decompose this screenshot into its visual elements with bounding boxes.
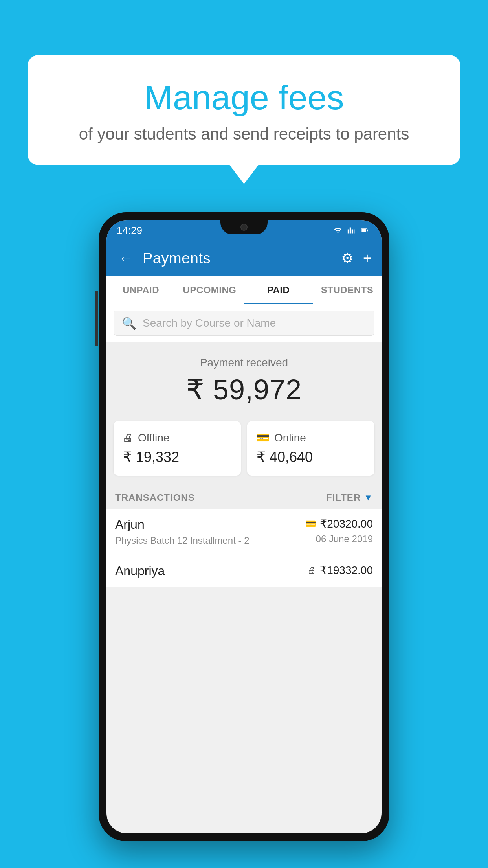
offline-label: Offline bbox=[138, 432, 169, 444]
manage-fees-subtitle: of your students and send receipts to pa… bbox=[47, 125, 441, 143]
phone-notch bbox=[220, 220, 268, 234]
transaction-right-arjun: 💳 ₹20320.00 06 June 2019 bbox=[305, 517, 373, 544]
speech-bubble-container: Manage fees of your students and send re… bbox=[28, 55, 460, 165]
payment-received-section: Payment received ₹ 59,972 bbox=[106, 342, 382, 417]
manage-fees-title: Manage fees bbox=[47, 79, 441, 117]
filter-label: FILTER bbox=[326, 492, 361, 503]
transaction-row-anupriya[interactable]: Anupriya 🖨 ₹19332.00 bbox=[106, 555, 382, 587]
app-bar: ← Payments ⚙ + bbox=[106, 241, 382, 276]
transaction-right-anupriya: 🖨 ₹19332.00 bbox=[307, 564, 373, 577]
app-bar-title: Payments bbox=[143, 250, 333, 267]
search-bar[interactable]: 🔍 Search by Course or Name bbox=[114, 311, 374, 336]
tab-unpaid[interactable]: UNPAID bbox=[106, 276, 175, 304]
offline-amount: ₹ 19,332 bbox=[122, 449, 232, 465]
phone-device: 14:29 ← Payments ⚙ + UNPAID bbox=[99, 212, 389, 841]
transaction-course-arjun: Physics Batch 12 Installment - 2 bbox=[115, 535, 249, 546]
transaction-row-arjun[interactable]: Arjun Physics Batch 12 Installment - 2 💳… bbox=[106, 509, 382, 555]
transaction-left-anupriya: Anupriya bbox=[115, 564, 165, 578]
filter-button[interactable]: FILTER ▼ bbox=[326, 492, 373, 503]
transactions-label: TRANSACTIONS bbox=[115, 492, 195, 503]
transaction-name-anupriya: Anupriya bbox=[115, 564, 165, 578]
app-bar-icons: ⚙ + bbox=[341, 250, 371, 267]
battery-icon bbox=[360, 226, 370, 234]
camera-notch bbox=[240, 224, 248, 231]
offline-card: 🖨 Offline ₹ 19,332 bbox=[114, 421, 241, 476]
search-container: 🔍 Search by Course or Name bbox=[106, 304, 382, 342]
add-button[interactable]: + bbox=[363, 250, 371, 267]
online-amount: ₹ 40,640 bbox=[256, 449, 366, 465]
offline-card-header: 🖨 Offline bbox=[122, 431, 232, 444]
online-card-header: 💳 Online bbox=[256, 431, 366, 444]
main-content: Payment received ₹ 59,972 🖨 Offline ₹ 19… bbox=[106, 342, 382, 587]
online-card: 💳 Online ₹ 40,640 bbox=[247, 421, 374, 476]
payment-received-label: Payment received bbox=[114, 357, 374, 369]
wifi-icon bbox=[333, 226, 343, 234]
signal-icon bbox=[346, 226, 356, 234]
transaction-date-arjun: 06 June 2019 bbox=[316, 533, 373, 544]
status-time: 14:29 bbox=[117, 224, 142, 237]
phone-screen: 14:29 ← Payments ⚙ + UNPAID bbox=[106, 220, 382, 833]
phone-wrapper: 14:29 ← Payments ⚙ + UNPAID bbox=[99, 212, 389, 841]
payment-type-icon-arjun: 💳 bbox=[305, 519, 316, 529]
svg-rect-1 bbox=[362, 229, 366, 232]
status-icons bbox=[333, 226, 370, 234]
payment-cards-row: 🖨 Offline ₹ 19,332 💳 Online ₹ 40,640 bbox=[106, 417, 382, 485]
transactions-header: TRANSACTIONS FILTER ▼ bbox=[106, 485, 382, 509]
offline-icon: 🖨 bbox=[122, 431, 133, 444]
tab-paid[interactable]: PAID bbox=[244, 276, 313, 304]
search-icon: 🔍 bbox=[122, 316, 136, 330]
filter-icon: ▼ bbox=[364, 493, 373, 503]
speech-bubble: Manage fees of your students and send re… bbox=[28, 55, 460, 165]
transaction-amount-anupriya: ₹19332.00 bbox=[320, 564, 373, 577]
online-label: Online bbox=[274, 432, 306, 444]
transaction-left-arjun: Arjun Physics Batch 12 Installment - 2 bbox=[115, 517, 249, 546]
payment-received-amount: ₹ 59,972 bbox=[114, 373, 374, 406]
transaction-name-arjun: Arjun bbox=[115, 517, 249, 532]
tab-students[interactable]: STUDENTS bbox=[313, 276, 382, 304]
gear-button[interactable]: ⚙ bbox=[341, 250, 354, 267]
transaction-amount-row-arjun: 💳 ₹20320.00 bbox=[305, 517, 373, 530]
transaction-amount-row-anupriya: 🖨 ₹19332.00 bbox=[307, 564, 373, 577]
tabs-bar: UNPAID UPCOMING PAID STUDENTS bbox=[106, 276, 382, 304]
tab-upcoming[interactable]: UPCOMING bbox=[175, 276, 244, 304]
transaction-amount-arjun: ₹20320.00 bbox=[320, 517, 373, 530]
search-placeholder-text: Search by Course or Name bbox=[143, 317, 276, 329]
payment-type-icon-anupriya: 🖨 bbox=[307, 565, 316, 576]
back-button[interactable]: ← bbox=[117, 248, 135, 268]
online-icon: 💳 bbox=[256, 431, 270, 444]
